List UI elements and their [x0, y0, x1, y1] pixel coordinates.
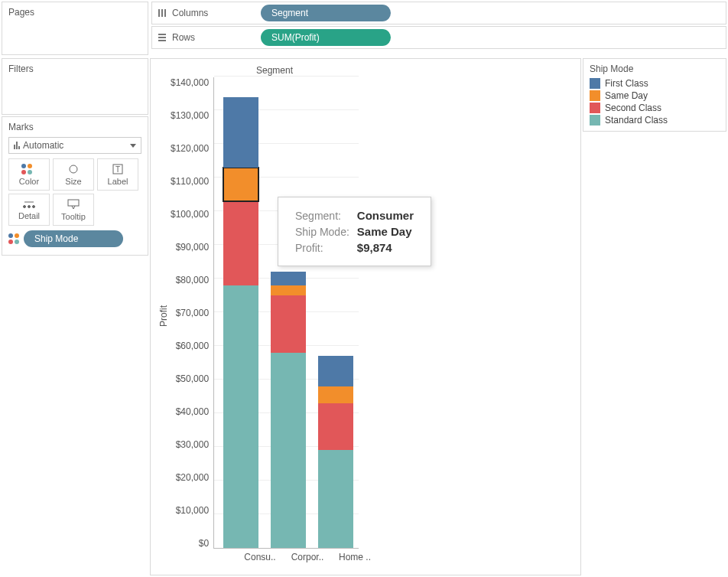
- marks-card: Marks Automatic Color Size: [2, 116, 148, 256]
- bar-segment[interactable]: [318, 386, 353, 403]
- y-tick: $50,000: [176, 373, 209, 384]
- y-axis-ticks: $140,000$130,000$120,000$110,000$100,000…: [171, 77, 213, 549]
- color-icon: [21, 164, 32, 174]
- x-tick: Corpor..: [290, 552, 325, 562]
- bar-home-office[interactable]: [318, 356, 353, 548]
- rows-pill-sum-profit[interactable]: SUM(Profit): [261, 29, 391, 46]
- chart-title: Segment: [171, 65, 379, 76]
- bar-segment[interactable]: [318, 450, 353, 548]
- tooltip-icon: [67, 199, 80, 210]
- y-tick: $100,000: [171, 209, 209, 220]
- rows-label: Rows: [172, 32, 195, 43]
- x-axis-labels: Consu..Corpor..Home ..: [233, 549, 379, 562]
- bar-segment[interactable]: [223, 285, 258, 548]
- bar-chart-icon: [14, 142, 20, 149]
- marks-type-label: Automatic: [23, 140, 63, 151]
- bar-segment[interactable]: [271, 272, 306, 285]
- legend-label: First Class: [605, 78, 648, 89]
- y-tick: $40,000: [176, 406, 209, 417]
- legend-item[interactable]: Second Class: [590, 102, 720, 114]
- legend-title: Ship Mode: [590, 64, 720, 74]
- legend-label: Standard Class: [605, 115, 668, 126]
- bar-segment[interactable]: [318, 403, 353, 451]
- legend-item[interactable]: Same Day: [590, 90, 720, 102]
- grid-line: [214, 76, 359, 77]
- tooltip: Segment:Consumer Ship Mode:Same Day Prof…: [278, 197, 431, 266]
- legend-swatch: [590, 90, 600, 101]
- bar-segment[interactable]: [271, 353, 306, 548]
- bar-segment[interactable]: [271, 295, 306, 353]
- legend-label: Second Class: [605, 103, 661, 113]
- chevron-down-icon: [130, 144, 136, 148]
- pages-shelf[interactable]: Pages: [2, 2, 148, 55]
- filters-shelf[interactable]: Filters: [2, 58, 148, 115]
- legend-item[interactable]: Standard Class: [590, 114, 720, 126]
- svg-text:T: T: [115, 165, 120, 174]
- plot-area[interactable]: [213, 77, 359, 549]
- visualization-canvas[interactable]: Profit Segment $140,000$130,000$120,000$…: [150, 58, 581, 575]
- y-tick: $130,000: [171, 110, 209, 121]
- y-tick: $80,000: [176, 275, 209, 285]
- y-tick: $30,000: [176, 439, 209, 450]
- svg-point-10: [28, 205, 31, 207]
- rows-shelf[interactable]: Rows SUM(Profit): [151, 26, 726, 49]
- bar-segment[interactable]: [223, 97, 258, 168]
- size-icon: [67, 164, 80, 174]
- y-tick: $0: [199, 538, 209, 549]
- legend-label: Same Day: [605, 90, 648, 101]
- y-tick: $110,000: [171, 176, 209, 187]
- legend-swatch: [590, 103, 600, 113]
- bar-segment[interactable]: [223, 168, 258, 200]
- columns-pill-segment[interactable]: Segment: [261, 5, 391, 21]
- legend-swatch: [590, 115, 600, 126]
- y-tick: $60,000: [176, 341, 209, 351]
- tooltip-button[interactable]: Tooltip: [53, 194, 94, 226]
- filters-title: Filters: [8, 64, 141, 74]
- svg-point-11: [33, 205, 35, 207]
- legend-card[interactable]: Ship Mode First ClassSame DaySecond Clas…: [583, 58, 726, 132]
- color-button[interactable]: Color: [8, 158, 50, 191]
- marks-pill-ship-mode[interactable]: Ship Mode: [24, 230, 123, 247]
- columns-label-wrap: Columns: [157, 8, 253, 18]
- y-tick: $140,000: [171, 77, 209, 88]
- y-tick: $70,000: [176, 308, 209, 318]
- pages-title: Pages: [8, 7, 141, 18]
- bar-segment[interactable]: [223, 201, 258, 285]
- bar-segment[interactable]: [318, 356, 353, 386]
- columns-icon: [157, 8, 167, 18]
- y-tick: $120,000: [171, 143, 209, 154]
- label-icon: T: [112, 164, 124, 174]
- rows-label-wrap: Rows: [157, 32, 253, 43]
- columns-label: Columns: [172, 8, 208, 18]
- y-tick: $20,000: [176, 472, 209, 483]
- y-tick: $90,000: [176, 242, 209, 253]
- y-axis-label: Profit: [158, 305, 169, 327]
- label-button[interactable]: T Label: [97, 158, 138, 191]
- marks-title: Marks: [8, 122, 141, 132]
- y-tick: $10,000: [176, 505, 209, 516]
- columns-shelf[interactable]: Columns Segment: [151, 2, 726, 24]
- marks-type-select[interactable]: Automatic: [8, 137, 141, 154]
- legend-item[interactable]: First Class: [590, 77, 720, 90]
- color-icon: [8, 233, 19, 244]
- bar-corporate[interactable]: [271, 272, 306, 548]
- legend-swatch: [590, 78, 600, 89]
- x-tick: Home ..: [337, 552, 372, 562]
- svg-point-9: [24, 205, 26, 207]
- detail-button[interactable]: Detail: [8, 194, 50, 226]
- svg-point-6: [70, 165, 77, 173]
- bar-consumer[interactable]: [223, 97, 258, 548]
- rows-icon: [157, 32, 167, 43]
- size-button[interactable]: Size: [53, 158, 94, 191]
- detail-icon: [22, 200, 36, 209]
- svg-rect-13: [68, 200, 79, 206]
- x-tick: Consu..: [242, 552, 278, 562]
- bar-segment[interactable]: [271, 285, 306, 295]
